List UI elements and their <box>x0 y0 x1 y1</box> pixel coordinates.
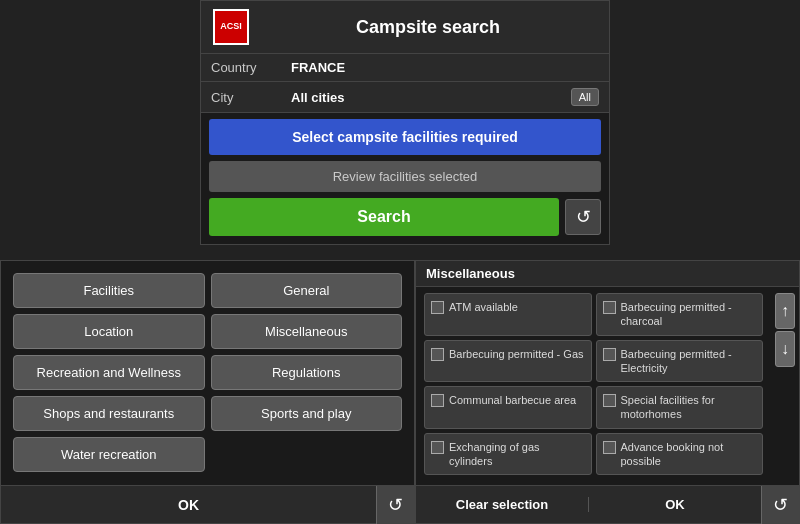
all-cities-button[interactable]: All <box>571 88 599 106</box>
misc-item-label-4: Communal barbecue area <box>449 393 576 407</box>
menu-item-recreation-and-wellness[interactable]: Recreation and Wellness <box>13 355 205 390</box>
ok-button-left[interactable]: OK <box>1 497 376 513</box>
misc-grid: ATM availableBarbecuing permitted - char… <box>416 287 799 481</box>
misc-header: Miscellaneous <box>416 261 799 287</box>
misc-item-label-6: Exchanging of gas cylinders <box>449 440 585 469</box>
misc-item-label-0: ATM available <box>449 300 518 314</box>
misc-item-label-5: Special facilities for motorhomes <box>621 393 757 422</box>
bottom-right-panel: Miscellaneous ATM availableBarbecuing pe… <box>415 260 800 524</box>
menu-item-miscellaneous[interactable]: Miscellaneous <box>211 314 403 349</box>
menu-item-water-recreation[interactable]: Water recreation <box>13 437 205 472</box>
menu-item-facilities[interactable]: Facilities <box>13 273 205 308</box>
refresh-button-left[interactable]: ↺ <box>376 486 414 524</box>
misc-item-7[interactable]: Advance booking not possible <box>596 433 764 476</box>
scroll-down-button[interactable]: ↓ <box>775 331 795 367</box>
misc-item-6[interactable]: Exchanging of gas cylinders <box>424 433 592 476</box>
misc-checkbox-0[interactable] <box>431 301 444 314</box>
acsi-logo-text: ACSI <box>220 22 242 32</box>
scroll-up-button[interactable]: ↑ <box>775 293 795 329</box>
misc-item-label-3: Barbecuing permitted - Electricity <box>621 347 757 376</box>
country-row: Country FRANCE <box>201 54 609 82</box>
misc-checkbox-2[interactable] <box>431 348 444 361</box>
misc-item-1[interactable]: Barbecuing permitted - charcoal <box>596 293 764 336</box>
top-panel: ACSI Campsite search Country FRANCE City… <box>200 0 610 245</box>
misc-checkbox-3[interactable] <box>603 348 616 361</box>
menu-grid: FacilitiesGeneralLocationMiscellaneousRe… <box>1 261 414 472</box>
misc-item-4[interactable]: Communal barbecue area <box>424 386 592 429</box>
search-button[interactable]: Search <box>209 198 559 236</box>
misc-item-label-7: Advance booking not possible <box>621 440 757 469</box>
city-row: City All cities All <box>201 82 609 113</box>
search-row: Search ↺ <box>209 198 601 236</box>
misc-checkbox-1[interactable] <box>603 301 616 314</box>
refresh-button-right[interactable]: ↺ <box>761 486 799 524</box>
menu-item-sports-and-play[interactable]: Sports and play <box>211 396 403 431</box>
review-facilities-button[interactable]: Review facilities selected <box>209 161 601 192</box>
bottom-bar-left: OK ↺ <box>1 485 414 523</box>
ok-button-right[interactable]: OK <box>589 497 761 512</box>
misc-item-2[interactable]: Barbecuing permitted - Gas <box>424 340 592 383</box>
menu-item-general[interactable]: General <box>211 273 403 308</box>
top-header: ACSI Campsite search <box>201 1 609 54</box>
misc-checkbox-4[interactable] <box>431 394 444 407</box>
bottom-left-panel: FacilitiesGeneralLocationMiscellaneousRe… <box>0 260 415 524</box>
acsi-logo: ACSI <box>213 9 249 45</box>
misc-checkbox-5[interactable] <box>603 394 616 407</box>
page-title: Campsite search <box>259 17 597 38</box>
misc-checkbox-7[interactable] <box>603 441 616 454</box>
clear-selection-button[interactable]: Clear selection <box>416 497 589 512</box>
menu-item-shops-and-restaurants[interactable]: Shops and restaurants <box>13 396 205 431</box>
misc-checkbox-6[interactable] <box>431 441 444 454</box>
scroll-buttons: ↑ ↓ <box>771 289 799 371</box>
menu-item-regulations[interactable]: Regulations <box>211 355 403 390</box>
country-value: FRANCE <box>291 60 599 75</box>
city-label: City <box>211 90 291 105</box>
misc-item-label-1: Barbecuing permitted - charcoal <box>621 300 757 329</box>
misc-item-label-2: Barbecuing permitted - Gas <box>449 347 584 361</box>
top-refresh-button[interactable]: ↺ <box>565 199 601 235</box>
bottom-bar-right: Clear selection OK ↺ <box>416 485 799 523</box>
misc-item-3[interactable]: Barbecuing permitted - Electricity <box>596 340 764 383</box>
country-label: Country <box>211 60 291 75</box>
menu-item-location[interactable]: Location <box>13 314 205 349</box>
select-facilities-button[interactable]: Select campsite facilities required <box>209 119 601 155</box>
misc-item-0[interactable]: ATM available <box>424 293 592 336</box>
city-value: All cities <box>291 90 571 105</box>
misc-item-5[interactable]: Special facilities for motorhomes <box>596 386 764 429</box>
